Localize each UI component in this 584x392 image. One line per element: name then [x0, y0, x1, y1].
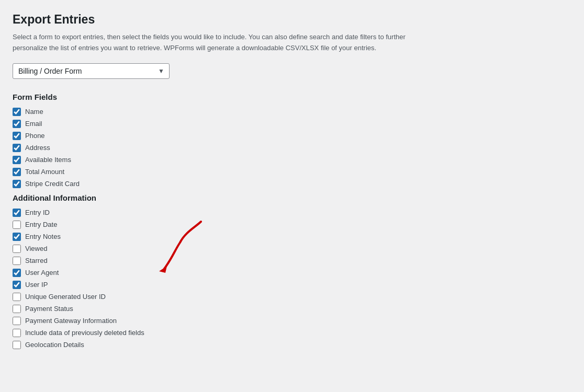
checkbox-user-agent[interactable]: [13, 269, 21, 277]
label-entry-id[interactable]: Entry ID: [25, 209, 50, 216]
field-unique-generated-user-id: Unique Generated User ID: [13, 293, 571, 301]
checkbox-name[interactable]: [13, 108, 21, 116]
label-total-amount[interactable]: Total Amount: [25, 168, 64, 176]
field-payment-status: Payment Status: [13, 305, 571, 313]
label-address[interactable]: Address: [25, 144, 50, 152]
field-entry-id: Entry ID: [13, 209, 571, 217]
label-viewed[interactable]: Viewed: [25, 245, 47, 252]
checkbox-email[interactable]: [13, 120, 21, 128]
page-title: Export Entries: [13, 13, 571, 27]
label-stripe-credit-card[interactable]: Stripe Credit Card: [25, 180, 80, 188]
checkbox-address[interactable]: [13, 144, 21, 152]
field-stripe-credit-card: Stripe Credit Card: [13, 180, 571, 188]
checkbox-geolocation-details[interactable]: [13, 341, 21, 349]
field-address: Address: [13, 144, 571, 152]
form-fields-title: Form Fields: [13, 93, 571, 101]
label-include-deleted-fields[interactable]: Include data of previously deleted field…: [25, 329, 144, 337]
field-geolocation-details: Geolocation Details: [13, 341, 571, 349]
checkbox-starred[interactable]: [13, 257, 21, 265]
field-name: Name: [13, 108, 571, 116]
checkbox-include-deleted-fields[interactable]: [13, 329, 21, 337]
field-entry-date: Entry Date: [13, 221, 571, 229]
checkbox-entry-notes[interactable]: [13, 233, 21, 241]
label-name[interactable]: Name: [25, 108, 43, 116]
label-entry-notes[interactable]: Entry Notes: [25, 233, 61, 240]
label-entry-date[interactable]: Entry Date: [25, 221, 57, 228]
label-email[interactable]: Email: [25, 120, 42, 128]
checkbox-entry-id[interactable]: [13, 209, 21, 217]
field-total-amount: Total Amount: [13, 168, 571, 176]
field-include-deleted-fields: Include data of previously deleted field…: [13, 329, 571, 337]
field-available-items: Available Items: [13, 156, 571, 164]
field-entry-notes: Entry Notes: [13, 233, 571, 241]
field-payment-gateway-information: Payment Gateway Information: [13, 317, 571, 325]
checkbox-total-amount[interactable]: [13, 168, 21, 176]
additional-info-title: Additional Information: [13, 193, 571, 202]
field-starred: Starred: [13, 257, 571, 265]
additional-info-section: Additional Information Entry ID Entry Da…: [13, 193, 571, 349]
checkbox-user-ip[interactable]: [13, 281, 21, 289]
label-phone[interactable]: Phone: [25, 132, 45, 140]
label-user-agent[interactable]: User Agent: [25, 269, 59, 276]
form-select-input[interactable]: Billing / Order Form Contact Form Newsle…: [13, 63, 170, 79]
field-viewed: Viewed: [13, 245, 571, 253]
checkbox-unique-generated-user-id[interactable]: [13, 293, 21, 301]
label-payment-gateway-information[interactable]: Payment Gateway Information: [25, 317, 117, 325]
label-payment-status[interactable]: Payment Status: [25, 305, 73, 313]
checkbox-stripe-credit-card[interactable]: [13, 180, 21, 188]
form-selector[interactable]: Billing / Order Form Contact Form Newsle…: [13, 63, 170, 79]
label-user-ip[interactable]: User IP: [25, 281, 48, 289]
label-available-items[interactable]: Available Items: [25, 156, 71, 164]
label-unique-generated-user-id[interactable]: Unique Generated User ID: [25, 293, 106, 301]
field-email: Email: [13, 120, 571, 128]
checkbox-viewed[interactable]: [13, 245, 21, 253]
checkbox-available-items[interactable]: [13, 156, 21, 164]
checkbox-payment-gateway-information[interactable]: [13, 317, 21, 325]
field-user-agent: User Agent: [13, 269, 571, 277]
label-geolocation-details[interactable]: Geolocation Details: [25, 341, 84, 349]
page-description: Select a form to export entries, then se…: [13, 32, 421, 54]
checkbox-entry-date[interactable]: [13, 221, 21, 229]
field-user-ip: User IP: [13, 281, 571, 289]
checkbox-phone[interactable]: [13, 132, 21, 140]
form-fields-section: Form Fields Name Email Phone Address Ava…: [13, 93, 571, 188]
field-phone: Phone: [13, 132, 571, 140]
label-starred[interactable]: Starred: [25, 257, 48, 264]
checkbox-payment-status[interactable]: [13, 305, 21, 313]
